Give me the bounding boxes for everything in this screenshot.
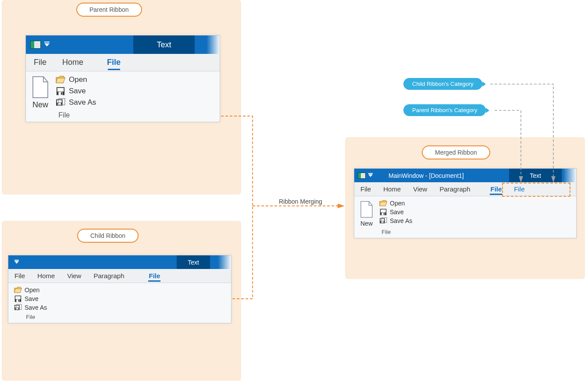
save-as-label: Save As	[25, 304, 47, 311]
tab-home[interactable]: Home	[377, 182, 407, 196]
tab-home[interactable]: Home	[54, 54, 91, 71]
merged-tabs: File Home View Paragraph File File	[354, 182, 576, 196]
open-label: Open	[25, 286, 39, 294]
child-group-label: File	[26, 312, 35, 322]
tab-paragraph[interactable]: Paragraph	[433, 182, 476, 196]
tab-file[interactable]: File	[354, 182, 377, 196]
svg-rect-11	[18, 300, 19, 301]
group-file: Open Save Save As File	[12, 286, 53, 322]
tab-file-context[interactable]: File	[143, 269, 167, 283]
svg-rect-13	[15, 306, 19, 308]
open-button[interactable]: Open	[12, 286, 49, 294]
save-as-button[interactable]: Save As	[12, 303, 49, 312]
svg-rect-17	[381, 209, 386, 212]
app-icon	[358, 173, 366, 179]
new-button-label: New	[360, 220, 373, 227]
child-tabs: File Home View Paragraph File	[8, 269, 231, 283]
group-file: New Open Save Save As	[358, 199, 419, 237]
new-button-label: New	[32, 100, 48, 110]
callout-parent-category: Parent Ribbon's Category	[403, 104, 486, 116]
tab-paragraph[interactable]: Paragraph	[87, 269, 130, 283]
save-as-label: Save As	[390, 217, 412, 224]
new-button[interactable]: New	[358, 199, 377, 227]
merged-ribbon-window: MainWindow - [Document1] Text File Home …	[354, 168, 577, 238]
parent-context-tab[interactable]: Text	[133, 35, 195, 54]
save-as-button[interactable]: Save As	[377, 216, 414, 225]
svg-rect-9	[15, 296, 21, 299]
open-button[interactable]: Open	[377, 199, 414, 208]
parent-ribbon-window: Text File Home File New Open	[25, 35, 220, 122]
tab-file-context[interactable]: File	[99, 54, 128, 71]
qat-dropdown-icon[interactable]	[14, 261, 19, 264]
save-as-label: Save As	[69, 98, 96, 107]
parent-tabs: File Home File	[26, 54, 220, 71]
svg-rect-21	[380, 219, 384, 221]
merged-titlebar: MainWindow - [Document1] Text	[354, 169, 576, 182]
group-file: New Open Save Save As	[29, 74, 103, 121]
tab-file-context-child[interactable]: File	[508, 182, 531, 196]
window-title: MainWindow - [Document1]	[388, 172, 464, 179]
parent-label: Parent Ribbon	[76, 3, 142, 17]
open-label: Open	[390, 200, 405, 207]
svg-rect-5	[57, 100, 62, 103]
child-context-tab[interactable]: Text	[177, 255, 210, 269]
open-label: Open	[69, 75, 87, 84]
parent-groups: New Open Save Save As	[26, 71, 220, 122]
parent-group-label: File	[58, 110, 70, 121]
tab-file[interactable]: File	[8, 269, 31, 283]
qat-dropdown-icon[interactable]	[368, 174, 373, 177]
save-label: Save	[69, 87, 86, 96]
svg-rect-3	[61, 92, 62, 95]
new-button[interactable]: New	[29, 74, 53, 110]
child-titlebar: Text	[8, 255, 231, 269]
save-button[interactable]: Save	[53, 85, 99, 97]
parent-titlebar: Text	[26, 35, 220, 54]
tab-view[interactable]: View	[407, 182, 433, 196]
open-button[interactable]: Open	[53, 74, 99, 85]
save-button[interactable]: Save	[377, 208, 414, 216]
svg-rect-19	[384, 213, 385, 215]
merged-group-label: File	[381, 227, 391, 237]
save-label: Save	[390, 209, 404, 216]
tab-home[interactable]: Home	[31, 269, 61, 283]
merged-label: Merged Ribbon	[422, 145, 490, 159]
tab-file-context-parent[interactable]: File	[485, 182, 508, 196]
save-as-button[interactable]: Save As	[53, 97, 99, 108]
callout-child-category: Child Ribbon's Category	[403, 78, 482, 90]
svg-rect-1	[57, 88, 64, 92]
tab-view[interactable]: View	[61, 269, 87, 283]
save-label: Save	[25, 295, 39, 302]
child-groups: Open Save Save As File	[8, 283, 231, 323]
merged-context-tab[interactable]: Text	[509, 169, 562, 182]
child-ribbon-window: Text File Home View Paragraph File Open …	[8, 255, 232, 323]
ribbon-merging-label: Ribbon Merging	[279, 198, 322, 205]
qat-dropdown-icon[interactable]	[44, 43, 50, 46]
save-button[interactable]: Save	[12, 294, 49, 303]
tab-file[interactable]: File	[26, 54, 54, 71]
fade-edge	[563, 169, 576, 182]
child-label: Child Ribbon	[77, 229, 139, 243]
fade-edge	[207, 35, 220, 54]
merged-groups: New Open Save Save As	[354, 196, 576, 238]
app-icon	[30, 41, 41, 49]
fade-edge	[218, 255, 231, 269]
